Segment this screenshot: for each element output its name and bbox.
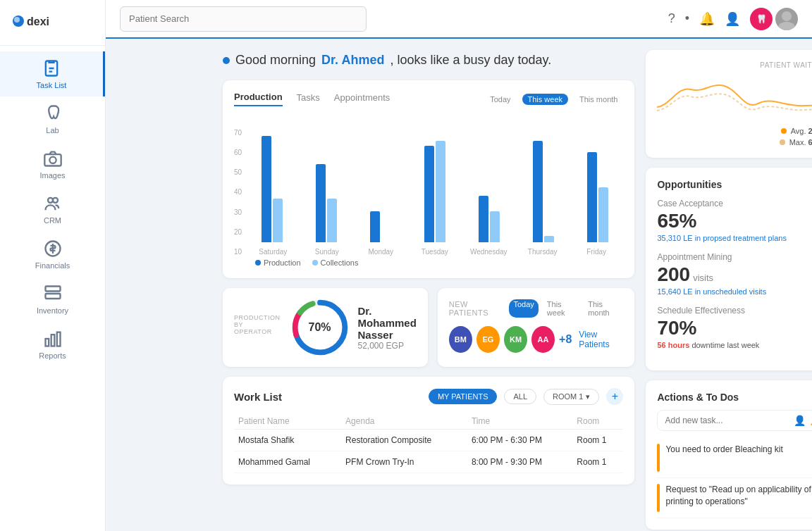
production-tabs: Production Tasks Appointments Today This… bbox=[234, 92, 623, 106]
avatar-tooth[interactable]: 🦷 bbox=[750, 8, 773, 30]
waiting-avg-label: Avg. 23 minutes bbox=[791, 127, 812, 135]
filter-thisweek[interactable]: This week bbox=[522, 94, 569, 105]
sidebar-item-lab[interactable]: Lab bbox=[0, 96, 105, 142]
operator-info: Dr. Mohammed Nasser 52,000 EGP bbox=[358, 305, 417, 351]
clipboard-icon bbox=[42, 58, 61, 78]
sidebar-item-financials-label: Financials bbox=[35, 261, 70, 270]
cell-agenda: Restoration Composite bbox=[341, 430, 467, 451]
tab-appointments[interactable]: Appointments bbox=[334, 92, 390, 106]
np-more: +8 bbox=[559, 333, 572, 346]
np-filters: Today This week This month bbox=[509, 299, 623, 318]
user-icon[interactable]: 👤 bbox=[725, 11, 740, 27]
sidebar-item-inventory-label: Inventory bbox=[37, 306, 68, 315]
worklist-add-btn[interactable]: + bbox=[606, 388, 623, 405]
opp-case-acceptance: Case Acceptance 65% 35,310 LE in propsed… bbox=[657, 199, 812, 242]
filter-thismonth[interactable]: This month bbox=[574, 94, 623, 105]
np-avatar-bm: BM bbox=[449, 326, 472, 353]
waiting-max-label: Max. 65 minutes bbox=[789, 138, 812, 146]
avatar-group: 🦷 bbox=[750, 8, 798, 30]
tab-production[interactable]: Production bbox=[234, 92, 283, 106]
x-label-tuesday: Tuesday bbox=[408, 245, 462, 256]
svg-point-7 bbox=[53, 198, 58, 203]
opp-mining-label: Appointment Mining bbox=[657, 252, 812, 262]
view-patients-link[interactable]: View Patients bbox=[579, 330, 623, 349]
svg-point-15 bbox=[778, 22, 795, 30]
filter-today[interactable]: Today bbox=[484, 94, 516, 105]
left-column: Good morning Dr. Ahmed , looks like a bu… bbox=[223, 50, 634, 520]
chart-y-labels: 70 60 50 40 30 20 10 bbox=[234, 129, 242, 256]
opp-schedule-sub: 56 hours downtime last week bbox=[657, 341, 812, 349]
worklist-filter-mypatients[interactable]: MY PATIENTS bbox=[429, 389, 498, 404]
people-icon bbox=[43, 194, 63, 213]
donut-row: 70% Dr. Mohammed Nasser 52,000 EGP bbox=[292, 299, 417, 356]
cell-time: 6:00 PM - 6:30 PM bbox=[467, 430, 572, 451]
sidebar-item-lab-label: Lab bbox=[46, 126, 59, 135]
todo-input-row: 👤 🔔 ⚡ bbox=[657, 410, 812, 431]
svg-point-14 bbox=[782, 11, 792, 21]
np-filter-thisweek[interactable]: This week bbox=[543, 299, 579, 318]
worklist-room-btn[interactable]: ROOM 1 ▾ bbox=[543, 389, 599, 405]
todo-item-2: Request to "Read up on applicability of … bbox=[657, 478, 812, 518]
donut-percent-label: 70% bbox=[308, 321, 331, 334]
x-label-thursday: Thursday bbox=[515, 245, 569, 256]
greeting-text-before: Good morning bbox=[235, 53, 316, 68]
waiting-legend: Avg. 23 minutes Max. 65 minutes bbox=[657, 127, 812, 146]
worklist-table: Patient Name Agenda Time Room Mostafa Sh… bbox=[234, 413, 623, 473]
chart-bar-icon bbox=[43, 329, 63, 349]
todo-user-icon[interactable]: 👤 bbox=[794, 415, 806, 426]
production-operator-card: PRODUCTION BY OPERATOR 70% Dr. Mohammed bbox=[223, 288, 428, 367]
donut-chart: 70% bbox=[292, 299, 348, 356]
chart-wrapper: 70 60 50 40 30 20 10 SaturdaySundayMonda… bbox=[234, 115, 623, 256]
sidebar-item-crm[interactable]: CRM bbox=[0, 187, 105, 232]
bar-prod-sunday bbox=[316, 164, 326, 242]
cell-name: Mohammed Gamal bbox=[234, 451, 341, 473]
worklist-card: Work List MY PATIENTS ALL ROOM 1 ▾ + Pat… bbox=[223, 377, 634, 485]
col-agenda: Agenda bbox=[341, 413, 467, 430]
operator-name: Dr. Mohammed Nasser bbox=[358, 305, 417, 341]
sidebar-item-tasklist-label: Task List bbox=[37, 81, 67, 89]
waiting-max: Max. 65 minutes bbox=[780, 138, 812, 146]
bell-icon[interactable]: 🔔 bbox=[699, 11, 715, 27]
legend-production: Production bbox=[255, 258, 301, 267]
opp-mining-value-row: 200 visits bbox=[657, 263, 812, 286]
inventory-icon bbox=[43, 284, 63, 304]
sidebar-item-tasklist[interactable]: Task List bbox=[0, 51, 105, 96]
opp-appointment-mining: Appointment Mining 200 visits 15,640 LE … bbox=[657, 252, 812, 296]
x-label-saturday: Saturday bbox=[246, 245, 300, 256]
todo-input[interactable] bbox=[665, 416, 789, 425]
worklist-filter-all[interactable]: ALL bbox=[504, 389, 536, 404]
avatar-user-photo[interactable] bbox=[775, 8, 798, 30]
chart-bars bbox=[246, 136, 623, 245]
opp-mining-sub: 15,640 LE in unscheduled visits bbox=[657, 287, 812, 296]
bar-group-sunday bbox=[300, 164, 352, 242]
col-time: Time bbox=[467, 413, 572, 430]
bar-prod-tuesday bbox=[424, 146, 434, 242]
sidebar-item-inventory[interactable]: Inventory bbox=[0, 277, 105, 322]
search-input[interactable] bbox=[120, 6, 367, 32]
help-icon[interactable]: ? bbox=[668, 11, 675, 26]
legend-dot-prod bbox=[255, 260, 261, 266]
bar-prod-wednesday bbox=[479, 196, 488, 242]
max-dot bbox=[780, 139, 785, 145]
opportunities-title: Opportunities bbox=[657, 179, 722, 190]
header: ? • 🔔 👤 🦷 bbox=[106, 0, 812, 39]
np-filter-today[interactable]: Today bbox=[509, 299, 538, 318]
operator-amount: 52,000 EGP bbox=[358, 341, 417, 351]
x-label-monday: Monday bbox=[354, 245, 407, 256]
svg-rect-11 bbox=[45, 339, 49, 346]
tab-tasks[interactable]: Tasks bbox=[297, 92, 320, 106]
np-filter-thismonth[interactable]: This month bbox=[584, 299, 623, 318]
greeting-bar: Good morning Dr. Ahmed , looks like a bu… bbox=[223, 50, 634, 70]
table-row[interactable]: Mohammed GamalPFM Crown Try-In8:00 PM - … bbox=[234, 451, 623, 473]
sidebar-item-images[interactable]: Images bbox=[0, 142, 105, 187]
bar-prod-monday bbox=[370, 211, 380, 242]
legend-label-prod: Production bbox=[264, 258, 301, 267]
bar-prod-saturday bbox=[262, 136, 271, 242]
header-icons: ? • 🔔 👤 🦷 bbox=[668, 8, 798, 30]
cell-room: Room 1 bbox=[572, 430, 623, 451]
table-row[interactable]: Mostafa ShafikRestoration Composite6:00 … bbox=[234, 430, 623, 451]
new-patients-header: NEW PATIENTS Today This week This month bbox=[449, 299, 624, 318]
sidebar-item-reports[interactable]: Reports bbox=[0, 322, 105, 367]
sidebar-item-financials[interactable]: Financials bbox=[0, 232, 105, 277]
opportunities-header: Opportunities ⊙ bbox=[657, 179, 812, 190]
